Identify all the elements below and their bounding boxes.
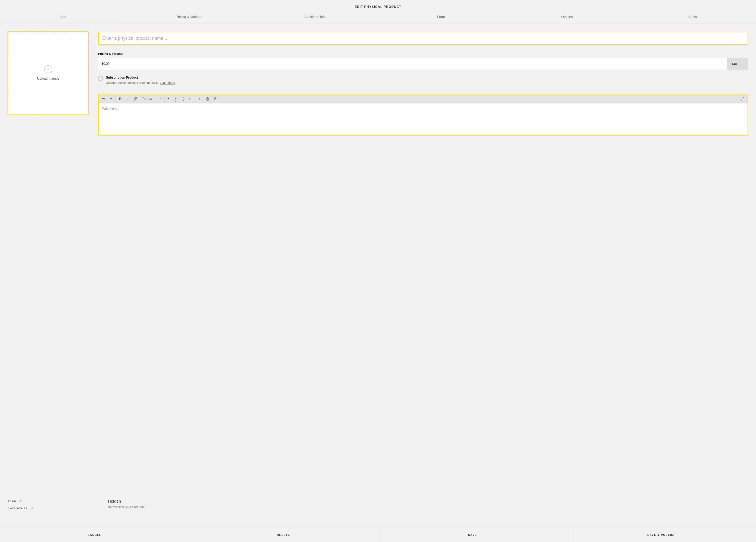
content: Upload images Pricing & Variants $0.00 E… — [0, 23, 756, 496]
categories-label: CATEGORIES — [8, 507, 28, 510]
subscription-desc: Charges customers on a recurring basis. … — [106, 81, 175, 84]
tags-label: TAGS — [8, 499, 16, 502]
modal-title: EDIT PHYSICAL PRODUCT — [0, 0, 756, 12]
undo-icon[interactable] — [100, 94, 107, 103]
upload-images-dropzone[interactable]: Upload images — [8, 32, 89, 114]
tab-item[interactable]: Item — [0, 12, 126, 23]
visibility-title[interactable]: Hidden — [108, 499, 748, 504]
outdent-icon[interactable] — [187, 94, 195, 103]
subscription-text: Subscription Product Charges customers o… — [106, 76, 175, 84]
subscription-desc-text: Charges customers on a recurring basis. — [106, 81, 160, 84]
format-dropdown[interactable]: Format — [139, 94, 165, 103]
clear-format-icon[interactable] — [211, 94, 219, 103]
product-name-field-wrap — [98, 32, 748, 45]
meta-left: TAGS + CATEGORIES + — [8, 499, 89, 514]
pricing-section-label: Pricing & Variants — [98, 52, 748, 55]
edit-product-modal: EDIT PHYSICAL PRODUCT Item Pricing & Var… — [0, 0, 756, 542]
right-column: Pricing & Variants $0.00 EDIT → Subscrip… — [98, 32, 748, 492]
tab-pricing-variants[interactable]: Pricing & Variants — [126, 12, 252, 23]
tab-additional-info[interactable]: Additional Info — [252, 12, 378, 23]
upload-icon — [44, 65, 52, 73]
meta-row: TAGS + CATEGORIES + Hidden Not visible i… — [0, 496, 756, 520]
more-icon[interactable]: ⋮ — [180, 94, 187, 103]
description-editor: B I Format ❝ 12 ⋮ — [98, 94, 748, 135]
italic-icon[interactable]: I — [124, 94, 132, 103]
bold-icon[interactable]: B — [117, 94, 124, 103]
svg-line-13 — [214, 98, 216, 100]
learn-more-link[interactable]: Learn more — [160, 81, 175, 84]
subscription-row: Subscription Product Charges customers o… — [98, 76, 748, 84]
tags-row: TAGS + — [8, 499, 89, 503]
save-publish-button[interactable]: SAVE & PUBLISH — [567, 528, 756, 542]
visibility-desc: Not visible in your storefront. — [108, 505, 748, 509]
add-category-button[interactable]: + — [31, 506, 34, 510]
expand-icon[interactable] — [739, 94, 746, 103]
left-column: Upload images — [8, 32, 89, 492]
subscription-checkbox[interactable] — [98, 76, 103, 81]
tab-social[interactable]: Social — [630, 12, 756, 23]
edit-pricing-button[interactable]: EDIT → — [727, 58, 748, 70]
footer: CANCEL DELETE SAVE SAVE & PUBLISH — [0, 528, 756, 542]
tabs: Item Pricing & Variants Additional Info … — [0, 12, 756, 23]
meta-right: Hidden Not visible in your storefront. — [98, 499, 748, 514]
fraction-icon[interactable]: 12 — [172, 94, 180, 103]
quote-icon[interactable]: ❝ — [165, 94, 172, 103]
upload-label: Upload images — [37, 77, 59, 81]
svg-line-15 — [741, 99, 742, 100]
tab-form[interactable]: Form — [378, 12, 504, 23]
delete-button[interactable]: DELETE — [189, 528, 378, 542]
tab-options[interactable]: Options — [504, 12, 630, 23]
add-tag-button[interactable]: + — [19, 499, 22, 503]
editor-body — [99, 103, 748, 135]
save-button[interactable]: SAVE — [378, 528, 567, 542]
clipboard-icon[interactable] — [204, 94, 211, 103]
description-textarea[interactable] — [102, 107, 744, 131]
redo-icon[interactable] — [107, 94, 115, 103]
price-value[interactable]: $0.00 — [98, 58, 727, 70]
format-label: Format — [142, 97, 152, 101]
link-icon[interactable] — [132, 94, 139, 103]
categories-row: CATEGORIES + — [8, 506, 89, 510]
indent-icon[interactable] — [195, 94, 202, 103]
subscription-title: Subscription Product — [106, 76, 175, 79]
product-name-input[interactable] — [102, 36, 744, 41]
pricing-row: $0.00 EDIT → — [98, 58, 748, 70]
toolbar-separator — [203, 96, 203, 102]
chevron-down-icon — [159, 97, 162, 101]
svg-line-14 — [743, 97, 744, 98]
cancel-button[interactable]: CANCEL — [0, 528, 189, 542]
editor-toolbar: B I Format ❝ 12 ⋮ — [99, 94, 748, 103]
